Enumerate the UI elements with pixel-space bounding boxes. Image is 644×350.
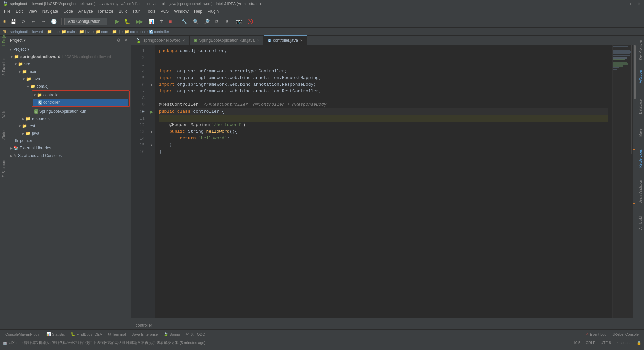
status-position[interactable]: 10:5	[573, 341, 580, 345]
tab-springbootapp[interactable]: ☆ SpringBootApplicationRun.java ✕	[190, 36, 263, 45]
toolbar-camera[interactable]: 📷	[234, 18, 244, 25]
status-indent[interactable]: 4 spaces	[616, 341, 631, 345]
status-encoding[interactable]: UTF-8	[601, 341, 611, 345]
tree-springbootapp[interactable]: ☆ SpringBootApplicationRun	[7, 107, 131, 115]
toolbar-search[interactable]: 🔎	[202, 18, 212, 25]
toolbar-recent[interactable]: 🕐	[49, 18, 59, 25]
toolbar-structure[interactable]: ⧉	[213, 17, 220, 25]
tree-scratches[interactable]: ▶ ✎ Scratches and Consoles	[7, 152, 131, 159]
right-tool-database[interactable]: Database	[638, 97, 643, 117]
bc-controller-file[interactable]: controller	[154, 30, 169, 34]
right-tool-bean[interactable]: Bean Validation	[638, 177, 643, 206]
vertical-scrollbar[interactable]	[633, 45, 637, 318]
maximize-btn[interactable]: □	[629, 1, 634, 6]
tail-btn[interactable]: Tail	[222, 18, 233, 25]
right-tool-aixcoder[interactable]: AiXcoder	[638, 67, 643, 86]
toolbar-forward[interactable]: →	[39, 18, 48, 25]
left-tool-web[interactable]: Web	[0, 111, 7, 118]
jrebel-console-label: JRebel Console	[612, 332, 639, 336]
toolbar-run[interactable]: ▶	[113, 17, 121, 26]
left-tool-favorites[interactable]: 2: Favorites	[0, 63, 7, 70]
code-content[interactable]: package com.dj.controller; import org.sp…	[155, 45, 612, 318]
bc-springboothelloword[interactable]: springboothelloword	[10, 30, 43, 34]
bc-java[interactable]: java	[85, 30, 92, 34]
close-btn[interactable]: ✕	[637, 1, 641, 6]
fold-icon-6[interactable]: ▼	[150, 83, 153, 87]
tree-test-java[interactable]: ▶ 📁 java	[7, 130, 131, 137]
run-icon-10[interactable]: ▶	[150, 109, 153, 114]
tab-springboot[interactable]: 🍃 springboot-helloword ✕	[131, 36, 190, 45]
tree-test[interactable]: ▼ 📁 test	[7, 122, 131, 130]
menu-edit[interactable]: Edit	[13, 8, 25, 14]
toolbar-run2[interactable]: ▶▶	[133, 18, 145, 25]
tree-src[interactable]: ▼ 📁 src	[7, 60, 131, 68]
tree-main[interactable]: ▼ 📁 main	[7, 68, 131, 75]
bc-dj[interactable]: dj	[118, 30, 121, 34]
left-tool-structure[interactable]: Z: Structure	[0, 165, 7, 172]
toolbar-back[interactable]: ←	[29, 18, 38, 25]
menu-code[interactable]: Code	[61, 8, 76, 14]
horizontal-scrollbar[interactable]	[131, 318, 637, 321]
minimize-btn[interactable]: —	[622, 1, 627, 6]
fold-icon-13[interactable]: ▼	[150, 130, 153, 134]
toolbar-stop[interactable]: ■	[167, 18, 174, 25]
toolbar-profile[interactable]: 📊	[146, 18, 156, 25]
tree-external-libs[interactable]: ▶ 📚 External Libraries	[7, 144, 131, 152]
tree-java-dir[interactable]: ▼ 📁 java	[7, 75, 131, 83]
menu-file[interactable]: File	[1, 8, 13, 14]
menu-window[interactable]: Window	[171, 8, 191, 14]
tree-springboothelloword[interactable]: ▼ 📁 springboothelloword H:\CSDN\springbo…	[7, 53, 131, 60]
menu-build[interactable]: Build	[116, 8, 130, 14]
tab-findbugs[interactable]: 🐛 FindBugs-IDEA	[68, 331, 105, 337]
bc-main[interactable]: main	[67, 30, 75, 34]
tree-controller-file[interactable]: C controller	[33, 99, 128, 106]
tab-todo[interactable]: ☑ 6: TODO	[183, 331, 208, 337]
menu-plugin[interactable]: Plugin	[205, 8, 221, 14]
menu-run[interactable]: Run	[130, 8, 143, 14]
controller-folder-wrapper: ▼ 📁 controller C controller	[9, 90, 130, 107]
toolbar-sync[interactable]: ↺	[19, 18, 28, 25]
tree-controller-folder[interactable]: ▼ 📁 controller	[33, 91, 128, 99]
status-lock-icon[interactable]: 🔒	[637, 341, 641, 345]
toolbar-debug[interactable]: 🐛	[122, 18, 132, 25]
tab-controller[interactable]: C controller.java ✕	[264, 35, 307, 45]
menu-tools[interactable]: Tools	[143, 8, 158, 14]
right-tool-keypromoter[interactable]: Key Promoter	[638, 37, 643, 63]
menu-view[interactable]: View	[25, 8, 40, 14]
toolbar-coverage[interactable]: ☂	[157, 18, 166, 25]
tree-project-dropdown[interactable]: ▼ Project ▾	[7, 46, 131, 53]
toolbar-settings[interactable]: 🔧	[180, 18, 190, 25]
left-tool-project[interactable]: 1: Project	[0, 36, 7, 43]
tree-pom[interactable]: 🗎 pom.xml	[7, 137, 131, 144]
toolbar-inspect[interactable]: 🔍	[191, 18, 201, 25]
tab-terminal[interactable]: ⊡ Terminal	[105, 331, 129, 337]
tab-javaenterprise[interactable]: Java Enterprise	[129, 331, 160, 337]
right-tool-maven[interactable]: Maven	[638, 124, 643, 139]
add-configuration-btn[interactable]: Add Configuration...	[64, 18, 107, 25]
tree-resources[interactable]: ▶ 📁 resources	[7, 115, 131, 122]
menu-vcs[interactable]: VCS	[158, 8, 172, 14]
bc-com[interactable]: com	[101, 30, 108, 34]
code-editor[interactable]: 1 2 3 4 5 6 7 8 9 10 11 12 13 14 15 16	[131, 45, 637, 318]
tab-spring[interactable]: 🍃 Spring	[161, 331, 183, 337]
bc-src[interactable]: src	[53, 30, 58, 34]
fold-icon-15[interactable]: ▲	[150, 143, 153, 147]
menu-help[interactable]: Help	[191, 8, 205, 14]
event-log-btn[interactable]: ⚠ Event Log	[583, 331, 609, 337]
project-close-icon[interactable]: ✕	[123, 37, 128, 43]
menu-navigate[interactable]: Navigate	[40, 8, 61, 14]
right-tool-retservices[interactable]: RetServices	[638, 147, 643, 170]
tab-statistic[interactable]: 📊 Statistic	[44, 331, 68, 337]
tree-com-dj[interactable]: ▼ 📁 com.dj	[7, 83, 131, 90]
project-gear-icon[interactable]: ⚙	[116, 37, 121, 43]
bc-controller-dir[interactable]: controller	[130, 30, 145, 34]
left-tool-jrebel[interactable]: JRebel	[0, 131, 7, 138]
status-line-ending[interactable]: CRLF	[586, 341, 595, 345]
toolbar-block[interactable]: 🚫	[245, 18, 255, 25]
toolbar-save[interactable]: 💾	[8, 18, 18, 25]
menu-analyze[interactable]: Analyze	[76, 8, 96, 14]
tab-consolemaven[interactable]: ConsoleMavenPlugin	[3, 331, 43, 337]
menu-refactor[interactable]: Refactor	[96, 8, 116, 14]
jrebel-console-btn[interactable]: JRebel Console	[610, 331, 641, 337]
right-tool-ant[interactable]: Ant Build	[638, 214, 643, 232]
